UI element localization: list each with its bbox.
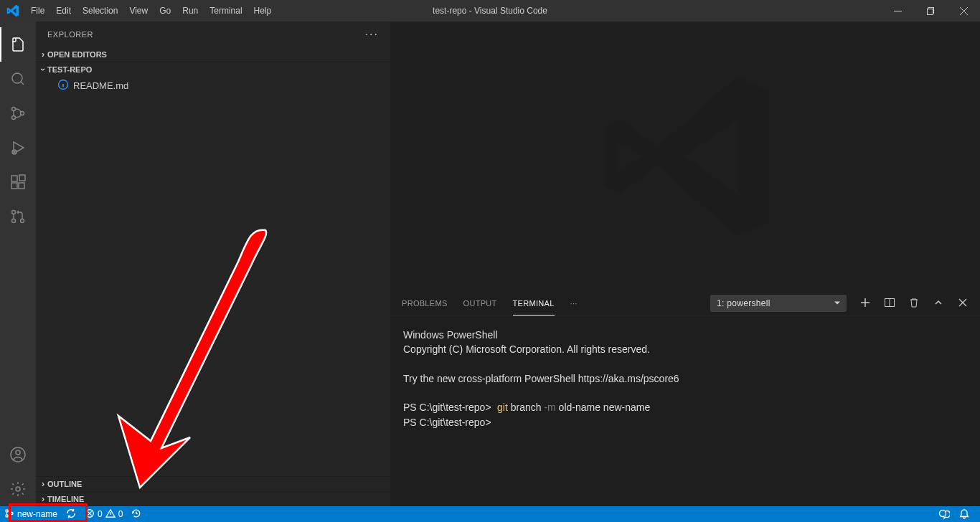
trash-icon[interactable] <box>908 297 920 310</box>
outline-section[interactable]: › OUTLINE <box>36 476 390 491</box>
close-button[interactable] <box>947 0 980 22</box>
section-label: OUTLINE <box>47 480 82 488</box>
titlebar: File Edit Selection View Go Run Terminal… <box>0 0 980 22</box>
feedback-icon[interactable] <box>934 506 954 522</box>
sync-status-item[interactable] <box>62 506 80 522</box>
maximize-button[interactable] <box>914 0 947 22</box>
window-controls <box>881 0 980 22</box>
svg-rect-8 <box>11 183 17 189</box>
vscode-logo <box>0 4 25 17</box>
split-terminal-icon[interactable] <box>884 297 895 310</box>
menu-go[interactable]: Go <box>154 0 176 22</box>
extensions-icon[interactable] <box>0 165 36 199</box>
source-control-icon[interactable] <box>0 96 36 130</box>
branch-name: new-name <box>17 509 57 519</box>
minimize-button[interactable] <box>881 0 914 22</box>
terminal-selector[interactable]: 1: powershell <box>710 295 847 312</box>
chevron-right-icon: › <box>42 479 44 489</box>
section-label: TIMELINE <box>47 495 84 503</box>
svg-point-13 <box>21 219 24 223</box>
search-icon[interactable] <box>0 62 36 96</box>
run-debug-icon[interactable] <box>0 130 36 165</box>
svg-point-12 <box>12 219 16 223</box>
chevron-right-icon: › <box>42 494 44 504</box>
explorer-more-icon[interactable]: ··· <box>365 28 379 41</box>
svg-point-23 <box>940 511 946 517</box>
svg-point-20 <box>6 514 8 516</box>
svg-rect-7 <box>11 176 17 181</box>
sync-icon <box>66 508 76 521</box>
menu-help[interactable]: Help <box>248 0 278 22</box>
empty-editor <box>390 22 980 290</box>
tab-output[interactable]: OUTPUT <box>463 291 497 315</box>
section-label: TEST-REPO <box>47 65 92 74</box>
svg-point-15 <box>16 450 20 455</box>
sidebar-explorer: EXPLORER ··· › OPEN EDITORS › TEST-REPO … <box>36 22 390 506</box>
bell-icon[interactable] <box>954 506 974 522</box>
history-status-item[interactable] <box>127 506 146 522</box>
chevron-down-icon: › <box>38 68 48 71</box>
history-icon <box>131 508 141 521</box>
git-branch-icon <box>4 508 14 521</box>
error-icon <box>85 508 95 521</box>
error-count: 0 <box>98 509 103 519</box>
more-tabs-icon[interactable]: ··· <box>570 299 578 308</box>
explorer-header: EXPLORER ··· <box>36 22 390 47</box>
tab-problems[interactable]: PROBLEMS <box>402 291 448 315</box>
file-item-readme[interactable]: README.md <box>36 77 390 95</box>
section-label: OPEN EDITORS <box>47 50 107 59</box>
menu-run[interactable]: Run <box>176 0 204 22</box>
open-editors-section[interactable]: › OPEN EDITORS <box>36 47 390 62</box>
workbench: EXPLORER ··· › OPEN EDITORS › TEST-REPO … <box>0 22 980 506</box>
activity-bar <box>0 22 36 506</box>
svg-point-11 <box>12 211 16 214</box>
status-bar: new-name 0 0 <box>0 506 980 522</box>
explorer-title: EXPLORER <box>47 30 93 39</box>
explorer-icon[interactable] <box>0 27 36 62</box>
timeline-section[interactable]: › TIMELINE <box>36 491 390 506</box>
svg-rect-1 <box>927 9 933 14</box>
svg-point-4 <box>12 116 16 120</box>
warning-count: 0 <box>118 509 123 519</box>
menu-file[interactable]: File <box>25 0 50 22</box>
warning-icon <box>105 508 116 521</box>
menu-edit[interactable]: Edit <box>50 0 77 22</box>
tab-terminal[interactable]: TERMINAL <box>513 291 555 315</box>
info-icon <box>57 79 69 92</box>
menu-bar: File Edit Selection View Go Run Terminal… <box>25 0 277 22</box>
svg-point-2 <box>12 73 22 83</box>
svg-point-3 <box>12 108 16 111</box>
vscode-watermark-icon <box>592 63 778 250</box>
gear-icon[interactable] <box>0 472 36 506</box>
problems-status-item[interactable]: 0 0 <box>80 506 127 522</box>
branch-status-item[interactable]: new-name <box>0 506 62 522</box>
bottom-panel: PROBLEMS OUTPUT TERMINAL ··· 1: powershe… <box>390 290 980 506</box>
new-terminal-icon[interactable] <box>859 297 871 310</box>
menu-view[interactable]: View <box>123 0 154 22</box>
svg-rect-9 <box>19 183 24 189</box>
menu-terminal[interactable]: Terminal <box>204 0 248 22</box>
file-name: README.md <box>73 80 128 91</box>
svg-point-16 <box>16 487 20 491</box>
editor-area: PROBLEMS OUTPUT TERMINAL ··· 1: powershe… <box>390 22 980 506</box>
folder-section[interactable]: › TEST-REPO <box>36 62 390 77</box>
terminal-content[interactable]: Windows PowerShell Copyright (C) Microso… <box>390 316 980 506</box>
chevron-up-icon[interactable] <box>933 297 944 310</box>
account-icon[interactable] <box>0 437 36 472</box>
chevron-right-icon: › <box>42 49 44 60</box>
menu-selection[interactable]: Selection <box>77 0 123 22</box>
svg-point-19 <box>6 509 8 511</box>
close-panel-icon[interactable] <box>957 297 969 310</box>
window-title: test-repo - Visual Studio Code <box>433 6 547 16</box>
pull-requests-icon[interactable] <box>0 199 36 234</box>
svg-rect-10 <box>19 175 25 181</box>
panel-tabs: PROBLEMS OUTPUT TERMINAL ··· 1: powershe… <box>390 291 980 316</box>
